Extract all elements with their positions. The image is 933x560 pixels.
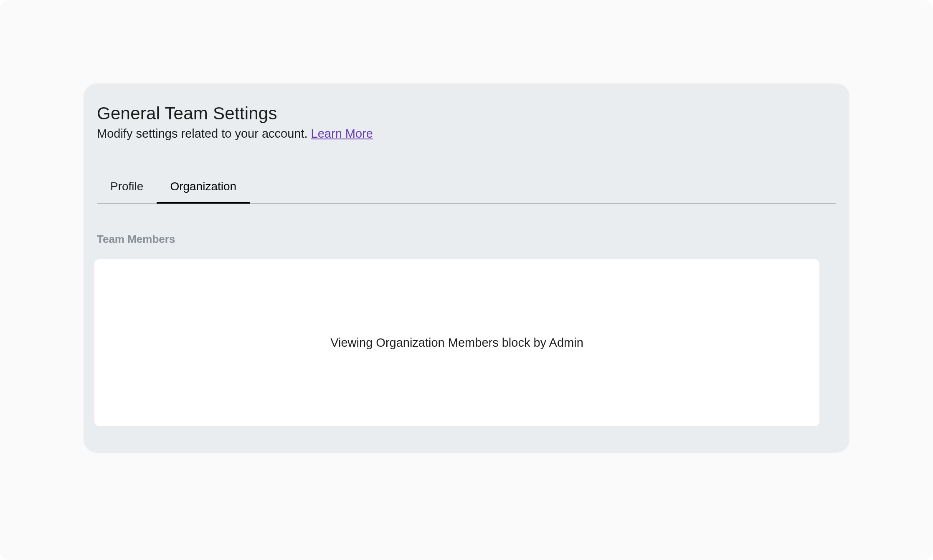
page-title: General Team Settings bbox=[97, 103, 836, 124]
page-background: General Team Settings Modify settings re… bbox=[0, 0, 933, 560]
tabs-container: Profile Organization bbox=[97, 170, 836, 204]
page-subtitle: Modify settings related to your account.… bbox=[97, 127, 836, 141]
tab-profile[interactable]: Profile bbox=[97, 170, 157, 203]
subtitle-text: Modify settings related to your account. bbox=[97, 127, 311, 140]
settings-card: General Team Settings Modify settings re… bbox=[84, 83, 849, 453]
section-label: Team Members bbox=[97, 233, 836, 246]
content-message: Viewing Organization Members block by Ad… bbox=[330, 336, 583, 350]
learn-more-link[interactable]: Learn More bbox=[311, 127, 373, 140]
team-members-panel: Viewing Organization Members block by Ad… bbox=[94, 259, 819, 426]
tab-organization[interactable]: Organization bbox=[157, 170, 250, 203]
